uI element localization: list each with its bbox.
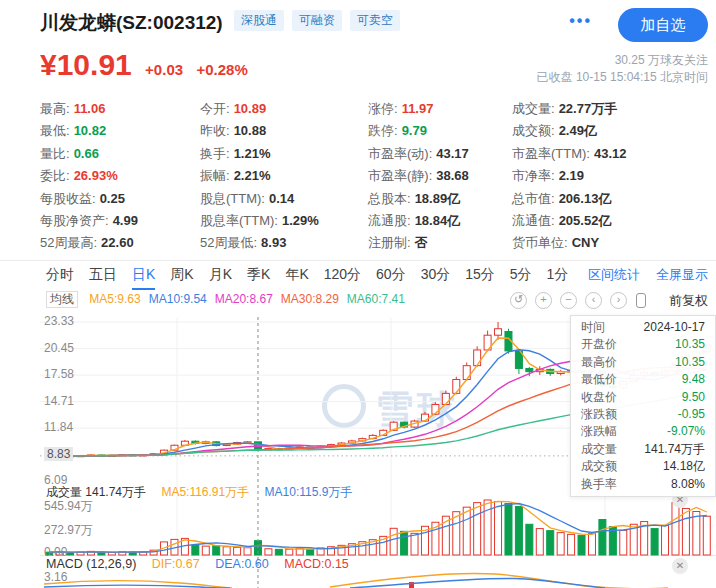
stat-item: 每股收益:0.25: [40, 188, 200, 210]
period-tabs: 分时五日日K周K月K季K年K120分60分30分15分5分1分: [46, 261, 583, 290]
price-change-pct: +0.28%: [196, 61, 247, 78]
pan-left-icon[interactable]: ‹: [585, 292, 602, 309]
kline-chart[interactable]: 雪球 23.3320.4517.5814.7111.848.836.09545.…: [0, 312, 716, 588]
macd-legend: MACD (12,26,9) DIF:0.67 DEA:0.60 MACD:0.…: [46, 557, 361, 571]
ma-legend-items: MA5:9.63MA10:9.54MA20:8.67MA30:8.29MA60:…: [81, 292, 405, 306]
stat-item: 市盈率(TTM):43.12: [512, 143, 714, 165]
ma-legend-item: MA5:9.63: [89, 292, 140, 306]
stat-item: 昨收:10.88: [200, 120, 368, 142]
price-row: ¥10.91 +0.03 +0.28%: [40, 48, 248, 82]
macd-dif: DIF:0.67: [152, 557, 200, 571]
tab-日K[interactable]: 日K: [132, 261, 155, 290]
stat-item: 市净率:2.19: [512, 165, 714, 187]
stock-title: 川发龙蟒(SZ:002312): [40, 12, 223, 33]
stat-item: 流通股:18.84亿: [368, 210, 512, 232]
link-区间统计[interactable]: 区间统计: [588, 261, 640, 288]
ma-legend-item: MA30:8.29: [281, 292, 339, 306]
stat-item: 股息(TTM):0.14: [200, 188, 368, 210]
tab-五日[interactable]: 五日: [89, 261, 117, 288]
stat-item: 最高:11.06: [40, 98, 200, 120]
zoom-out-icon[interactable]: −: [560, 292, 577, 309]
macd-title: MACD (12,26,9): [46, 557, 136, 571]
stock-badge: 可卖空: [350, 10, 400, 31]
tab-5分[interactable]: 5分: [510, 261, 532, 288]
period-tabbar: 分时五日日K周K月K季K年K120分60分30分15分5分1分 区间统计全屏显示: [0, 260, 716, 290]
price-axis-tick: 14.71: [44, 394, 74, 408]
tab-季K[interactable]: 季K: [247, 261, 270, 288]
tooltip-row: 换手率8.08%: [571, 476, 715, 493]
volume-ma10: MA10:115.9万手: [265, 485, 353, 499]
tooltip-row: 收盘价9.50: [571, 389, 715, 406]
volume-legend: 成交量 141.74万手 MA5:116.91万手 MA10:115.9万手: [46, 484, 364, 501]
reset-icon[interactable]: ↺: [510, 292, 527, 309]
macd-value: MACD:0.15: [284, 557, 349, 571]
tab-60分[interactable]: 60分: [376, 261, 406, 288]
stat-item: 总股本:18.89亿: [368, 188, 512, 210]
tooltip-row: 开盘价10.35: [571, 336, 715, 353]
header: 川发龙蟒(SZ:002312) 深股通可融资可卖空 ••• 加自选: [40, 10, 716, 44]
tooltip-row: 涨跌额-0.95: [571, 406, 715, 423]
stat-item: 今开:10.89: [200, 98, 368, 120]
followers-count: 30.25 万球友关注: [537, 52, 708, 69]
chart-toolbar: ↺+−‹›: [502, 292, 646, 309]
stat-item: 52周最高:22.60: [40, 232, 200, 254]
stock-badge: 深股通: [234, 10, 284, 31]
stat-item: 换手:1.21%: [200, 143, 368, 165]
price-axis-tick: 11.84: [44, 420, 73, 434]
tab-120分[interactable]: 120分: [324, 261, 361, 288]
price-axis-tick: 23.33: [44, 314, 74, 328]
stat-item: 每股净资产:4.99: [40, 210, 200, 232]
ma-legend-item: MA60:7.41: [347, 292, 405, 306]
stock-badges: 深股通可融资可卖空: [226, 15, 400, 29]
macd-dea: DEA:0.60: [215, 557, 269, 571]
tooltip-row: 时间2024-10-17: [571, 319, 715, 336]
price-axis-tick: 17.58: [44, 367, 74, 381]
market-status: 已收盘 10-15 15:04:15 北京时间: [537, 69, 708, 86]
tab-30分[interactable]: 30分: [421, 261, 451, 288]
tooltip-row: 涨跌幅-9.07%: [571, 423, 715, 440]
stat-item: 成交额:2.49亿: [512, 120, 714, 142]
tab-1分[interactable]: 1分: [547, 261, 569, 288]
phone-view-icon[interactable]: [636, 293, 646, 308]
ma-legend-title: 均线: [46, 291, 78, 308]
tab-周K[interactable]: 周K: [170, 261, 193, 288]
stat-item: 成交量:22.77万手: [512, 98, 714, 120]
macd-axis-tick: 3.16: [44, 570, 67, 584]
stock-badge: 可融资: [292, 10, 342, 31]
tab-年K[interactable]: 年K: [285, 261, 308, 288]
add-watchlist-button[interactable]: 加自选: [618, 8, 708, 42]
stat-item: 注册制:否: [368, 232, 512, 254]
tooltip-row: 成交额14.18亿: [571, 458, 715, 475]
tab-分时[interactable]: 分时: [46, 261, 74, 288]
market-info: 30.25 万球友关注 已收盘 10-15 15:04:15 北京时间: [537, 52, 708, 86]
stat-item: 最低:10.82: [40, 120, 200, 142]
zoom-in-icon[interactable]: +: [535, 292, 552, 309]
stat-item: 跌停:9.79: [368, 120, 512, 142]
ma-legend-row: 均线 MA5:9.63MA10:9.54MA20:8.67MA30:8.29MA…: [0, 291, 716, 312]
price-change: +0.03: [145, 61, 183, 78]
tooltip-row: 最高价10.35: [571, 354, 715, 371]
stat-item: 总市值:206.13亿: [512, 188, 714, 210]
price-axis-tick: 20.45: [44, 341, 74, 355]
stat-item: 市盈率(静):38.68: [368, 165, 512, 187]
tab-15分[interactable]: 15分: [465, 261, 495, 288]
ma-legend-item: MA20:8.67: [215, 292, 273, 306]
stat-item: 市盈率(动):43.17: [368, 143, 512, 165]
tab-月K[interactable]: 月K: [209, 261, 232, 288]
price-marker-label: 8.83: [44, 447, 73, 461]
close-macd-pane-icon[interactable]: ✕: [672, 558, 688, 574]
stat-item: 委比:26.93%: [40, 165, 200, 187]
more-options-icon[interactable]: •••: [569, 12, 592, 30]
volume-axis-tick: 272.97万: [44, 522, 93, 539]
adjust-mode-button[interactable]: 前复权: [669, 292, 708, 310]
stat-item: 振幅:2.21%: [200, 165, 368, 187]
link-全屏显示[interactable]: 全屏显示: [656, 261, 708, 288]
stats-grid: 最高:11.06今开:10.89涨停:11.97成交量:22.77万手最低:10…: [40, 98, 714, 255]
pan-right-icon[interactable]: ›: [610, 292, 627, 309]
candle-tooltip: 时间2024-10-17开盘价10.35最高价10.35最低价9.48收盘价9.…: [570, 315, 716, 497]
ma-legend-item: MA10:9.54: [149, 292, 207, 306]
stat-item: 52周最低:8.93: [200, 232, 368, 254]
stat-item: 股息率(TTM):1.29%: [200, 210, 368, 232]
stat-item: 流通值:205.52亿: [512, 210, 714, 232]
chart-links: 区间统计全屏显示: [572, 261, 708, 289]
